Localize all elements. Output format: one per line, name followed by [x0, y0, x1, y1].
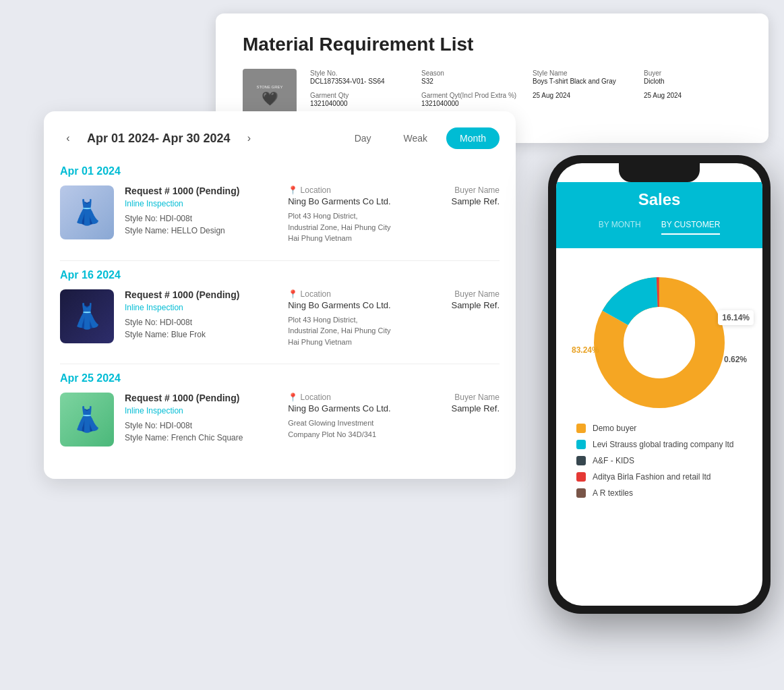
- material-doc-title: Material Requirement List: [243, 34, 742, 55]
- buyer-info-3: Buyer Name Sample Ref.: [451, 393, 500, 413]
- buyer-value-2: Sample Ref.: [451, 300, 500, 310]
- inspection-card-1: Request # 1000 (Pending) Inline Inspecti…: [60, 185, 500, 244]
- buyer-label-1: Buyer Name: [451, 185, 500, 195]
- location-pin-2: 📍: [288, 289, 298, 299]
- view-tabs: Day Weak Month: [341, 127, 500, 149]
- prev-arrow[interactable]: ‹: [60, 130, 76, 146]
- style-no-3: Style No: HDI-008t: [125, 420, 277, 432]
- phone-mockup: Sales BY MONTH BY CUSTOMER: [548, 155, 771, 614]
- buyer-value-3: Sample Ref.: [451, 403, 500, 413]
- phone-notch: [619, 163, 700, 182]
- buyer-label-3: Buyer Name: [451, 393, 500, 402]
- legend-item-orange: Demo buyer: [576, 424, 742, 433]
- dress-image-3: [60, 393, 114, 447]
- request-title-1: Request # 1000 (Pending): [125, 185, 277, 196]
- inspection-type-3: Inline Inspection: [125, 406, 277, 415]
- tab-by-month[interactable]: BY MONTH: [599, 220, 641, 235]
- style-name-3: Style Name: French Chic Square: [125, 432, 277, 444]
- legend-label-red: Aditya Birla Fashion and retail ltd: [593, 472, 711, 482]
- legend-item-red: Aditya Birla Fashion and retail ltd: [576, 472, 742, 482]
- legend-color-red: [576, 472, 586, 482]
- location-pin-3: 📍: [288, 393, 298, 402]
- legend-label-dark: A&F - KIDS: [593, 456, 634, 465]
- phone-header: Sales BY MONTH BY CUSTOMER: [556, 182, 762, 248]
- day-section-apr01: Apr 01 2024 Request # 1000 (Pending) Inl…: [60, 165, 500, 244]
- donut-label-orange: 83.24%: [572, 345, 599, 355]
- buyer-info-2: Buyer Name Sample Ref.: [451, 289, 500, 310]
- location-2: 📍 Location Ning Bo Garments Co Ltd. Plot…: [288, 289, 440, 348]
- legend-label-orange: Demo buyer: [593, 424, 636, 433]
- donut-label-red: 0.62%: [724, 355, 747, 364]
- phone-tabs: BY MONTH BY CUSTOMER: [570, 220, 749, 235]
- next-arrow[interactable]: ›: [241, 130, 257, 146]
- inspection-card-2: Request # 1000 (Pending) Inline Inspecti…: [60, 289, 500, 348]
- inspection-info-3: Request # 1000 (Pending) Inline Inspecti…: [125, 393, 277, 444]
- dress-image-1: [60, 185, 114, 239]
- day-title-apr16: Apr 16 2024: [60, 269, 500, 281]
- date-field-1: 25 Aug 2024: [533, 91, 630, 109]
- legend-color-teal: [576, 440, 586, 449]
- request-title-2: Request # 1000 (Pending): [125, 289, 277, 300]
- phone-title: Sales: [570, 190, 749, 209]
- location-label-1: 📍 Location: [288, 185, 440, 195]
- day-section-apr16: Apr 16 2024 Request # 1000 (Pending) Inl…: [60, 269, 500, 348]
- chart-container: 83.24% 16.14% 0.62% Demo buyer Levi Stra…: [556, 248, 762, 606]
- location-address-3: Great Glowing InvestmentCompany Plot No …: [288, 418, 440, 440]
- tab-day[interactable]: Day: [341, 127, 385, 149]
- legend-item-dark: A&F - KIDS: [576, 456, 742, 465]
- day-section-apr25: Apr 25 2024 Request # 1000 (Pending) Inl…: [60, 372, 500, 447]
- date-field-2: 25 Aug 2024: [644, 91, 742, 109]
- legend-color-dark: [576, 456, 586, 465]
- legend-item-brown: A R textiles: [576, 488, 742, 498]
- location-address-1: Plot 43 Hong District,Industrial Zone, H…: [288, 210, 440, 244]
- location-name-1: Ning Bo Garments Co Ltd.: [288, 196, 440, 206]
- location-address-2: Plot 43 Hong District,Industrial Zone, H…: [288, 314, 440, 348]
- style-name-2: Style Name: Blue Frok: [125, 328, 277, 341]
- inspection-info-2: Request # 1000 (Pending) Inline Inspecti…: [125, 289, 277, 341]
- donut-chart-svg: [585, 268, 733, 417]
- garment-qty-incl-label: Garment Qyt(Incl Prod Extra %)1321040000: [421, 91, 519, 109]
- inspection-info-1: Request # 1000 (Pending) Inline Inspecti…: [125, 185, 277, 237]
- date-range: Apr 01 2024- Apr 30 2024: [87, 132, 230, 146]
- divider-1: [60, 260, 500, 261]
- donut-chart-wrapper: 83.24% 16.14% 0.62%: [585, 268, 733, 417]
- legend-label-brown: A R textiles: [593, 488, 633, 498]
- location-3: 📍 Location Ning Bo Garments Co Ltd. Grea…: [288, 393, 440, 440]
- garment-qty-label: Garment Qty1321040000: [310, 91, 408, 109]
- tab-weak[interactable]: Weak: [390, 127, 442, 149]
- buyer-label-2: Buyer Name: [451, 289, 500, 299]
- legend-color-brown: [576, 488, 586, 498]
- donut-hole: [626, 309, 693, 376]
- dress-image-2: [60, 289, 114, 343]
- inspection-type-2: Inline Inspection: [125, 303, 277, 312]
- buyer-info-1: Buyer Name Sample Ref.: [451, 185, 500, 206]
- chart-legend: Demo buyer Levi Strauss global trading c…: [570, 424, 749, 505]
- location-label-3: 📍 Location: [288, 393, 440, 402]
- legend-label-teal: Levi Strauss global trading company ltd: [593, 440, 733, 449]
- request-title-3: Request # 1000 (Pending): [125, 393, 277, 403]
- style-no-1: Style No: HDI-008t: [125, 212, 277, 225]
- season-field: SeasonS32: [421, 69, 519, 87]
- inspection-type-1: Inline Inspection: [125, 199, 277, 208]
- style-name-label: Style NameBoys T-shirt Black and Gray: [533, 69, 630, 87]
- location-name-2: Ning Bo Garments Co Ltd.: [288, 300, 440, 310]
- location-name-3: Ning Bo Garments Co Ltd.: [288, 403, 440, 413]
- donut-label-teal: 16.14%: [718, 310, 754, 325]
- day-title-apr01: Apr 01 2024: [60, 165, 500, 177]
- day-title-apr25: Apr 25 2024: [60, 372, 500, 384]
- tab-month[interactable]: Month: [446, 127, 500, 149]
- calendar-card: ‹ Apr 01 2024- Apr 30 2024 › Day Weak Mo…: [44, 111, 516, 479]
- legend-item-teal: Levi Strauss global trading company ltd: [576, 440, 742, 449]
- location-label-2: 📍 Location: [288, 289, 440, 299]
- legend-color-orange: [576, 424, 586, 433]
- style-no-label: Style No.DCL1873534-V01- SS64: [310, 69, 408, 87]
- phone-screen: Sales BY MONTH BY CUSTOMER: [556, 163, 762, 606]
- style-name-1: Style Name: HELLO Design: [125, 225, 277, 237]
- divider-2: [60, 364, 500, 364]
- tab-by-customer[interactable]: BY CUSTOMER: [661, 220, 721, 235]
- date-navigation: ‹ Apr 01 2024- Apr 30 2024 › Day Weak Mo…: [60, 127, 500, 149]
- style-no-2: Style No: HDI-008t: [125, 316, 277, 328]
- buyer-value-1: Sample Ref.: [451, 196, 500, 206]
- image-label: STONE GREY: [256, 85, 282, 89]
- location-pin-1: 📍: [288, 185, 298, 195]
